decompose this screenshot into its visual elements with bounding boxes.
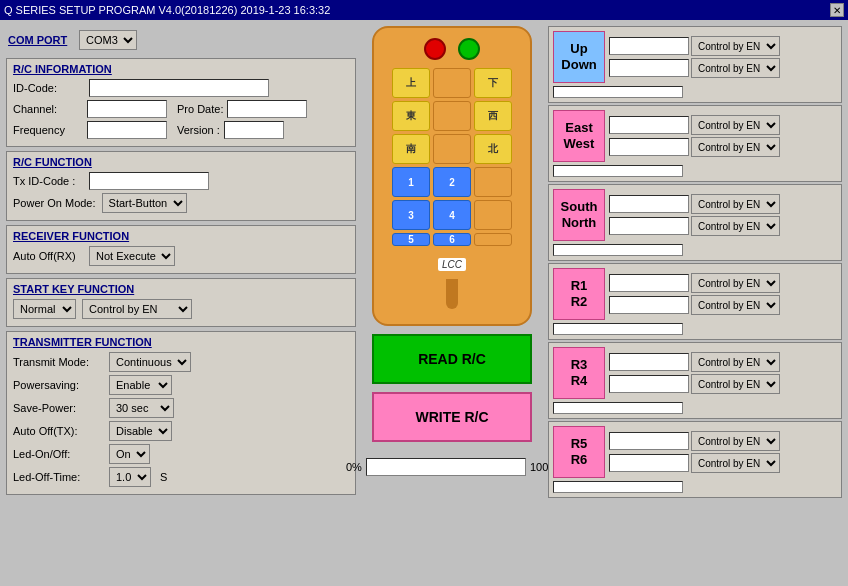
- led-on-off-label: Led-On/Off:: [13, 448, 103, 460]
- start-control-select[interactable]: Control by EN Control by DI: [82, 299, 192, 319]
- eastwest-ctrl1-input[interactable]: [609, 116, 689, 134]
- auto-off-rx-select[interactable]: Not Execute Execute: [89, 246, 175, 266]
- title-bar: Q SERIES SETUP PROGRAM V4.0(20181226) 20…: [0, 0, 848, 20]
- r5r6-progress: [553, 481, 683, 493]
- southnorth-progress: [553, 244, 683, 256]
- rc-function-title: R/C FUNCTION: [13, 156, 349, 168]
- r1r2-ctrl2-input[interactable]: [609, 296, 689, 314]
- remote-btn-empty2: [433, 101, 471, 131]
- channel-eastwest-controls: Control by EN Control by DI Control by E…: [609, 115, 837, 157]
- led-off-time-label: Led-Off-Time:: [13, 471, 103, 483]
- channel-eastwest-label: EastWest: [553, 110, 605, 162]
- updown-ctrl1-input[interactable]: [609, 37, 689, 55]
- channel-r5r6-label: R5R6: [553, 426, 605, 478]
- led-off-time-select[interactable]: 1.0 2.0 3.0: [109, 467, 151, 487]
- r5r6-ctrl1-input[interactable]: [609, 432, 689, 450]
- transmit-mode-select[interactable]: Continuous Burst: [109, 352, 191, 372]
- remote-btn-east: 東: [392, 101, 430, 131]
- channel-r3r4-label: R3R4: [553, 347, 605, 399]
- remote-btn-south: 南: [392, 134, 430, 164]
- r3r4-ctrl1-select[interactable]: Control by EN Control by DI: [691, 352, 780, 372]
- channel-southnorth-controls: Control by EN Control by DI Control by E…: [609, 194, 837, 236]
- remote-btn-2: 2: [433, 167, 471, 197]
- progress-container: 0% 100%: [346, 458, 558, 476]
- tx-id-label: Tx ID-Code :: [13, 175, 83, 187]
- southnorth-ctrl1-input[interactable]: [609, 195, 689, 213]
- southnorth-ctrl2-select[interactable]: Control by EN Control by DI: [691, 216, 780, 236]
- southnorth-ctrl1-select[interactable]: Control by EN Control by DI: [691, 194, 780, 214]
- remote-btn-down: 下: [474, 68, 512, 98]
- com-port-label: COM PORT: [8, 34, 73, 46]
- channel-input[interactable]: [87, 100, 167, 118]
- start-mode-select[interactable]: Normal Special: [13, 299, 76, 319]
- channel-updown-controls: Control by EN Control by DI Control by E…: [609, 36, 837, 78]
- updown-ctrl2-select[interactable]: Control by EN Control by DI: [691, 58, 780, 78]
- com-port-select[interactable]: COM3 COM1 COM2 COM4: [79, 30, 137, 50]
- r3r4-ctrl2-select[interactable]: Control by EN Control by DI: [691, 374, 780, 394]
- remote-btn-north: 北: [474, 134, 512, 164]
- rc-function-section: R/C FUNCTION Tx ID-Code : Power On Mode:…: [6, 151, 356, 221]
- southnorth-ctrl2-input[interactable]: [609, 217, 689, 235]
- com-port-row: COM PORT COM3 COM1 COM2 COM4: [6, 26, 356, 54]
- tx-id-input[interactable]: [89, 172, 209, 190]
- progress-bar: [366, 458, 526, 476]
- middle-panel: 上 下 東 西 南 北 1 2 3 4 5 6 LCC: [362, 26, 542, 580]
- channel-r1r2-controls: Control by EN Control by DI Control by E…: [609, 273, 837, 315]
- read-rc-button[interactable]: READ R/C: [372, 334, 532, 384]
- remote-btn-empty1: [433, 68, 471, 98]
- eastwest-progress: [553, 165, 683, 177]
- r5r6-ctrl1-select[interactable]: Control by EN Control by DI: [691, 431, 780, 451]
- remote-button-grid: 上 下 東 西 南 北 1 2 3 4 5 6: [392, 68, 512, 246]
- frequency-input[interactable]: [87, 121, 167, 139]
- save-power-select[interactable]: 30 sec 60 sec 120 sec: [109, 398, 174, 418]
- remote-btn-up: 上: [392, 68, 430, 98]
- led-on-off-select[interactable]: On Off: [109, 444, 150, 464]
- eastwest-ctrl1-select[interactable]: Control by EN Control by DI: [691, 115, 780, 135]
- remote-btn-empty3: [433, 134, 471, 164]
- channel-updown-label: UpDown: [553, 31, 605, 83]
- id-code-input[interactable]: [89, 79, 269, 97]
- channel-r3r4-controls: Control by EN Control by DI Control by E…: [609, 352, 837, 394]
- title-text: Q SERIES SETUP PROGRAM V4.0(20181226) 20…: [4, 4, 330, 16]
- led-off-time-unit: S: [160, 471, 167, 483]
- r5r6-ctrl2-input[interactable]: [609, 454, 689, 472]
- power-on-select[interactable]: Start-Button Auto: [102, 193, 187, 213]
- close-button[interactable]: ✕: [830, 3, 844, 17]
- r1r2-ctrl1-input[interactable]: [609, 274, 689, 292]
- auto-off-tx-label: Auto Off(TX):: [13, 425, 103, 437]
- receiver-function-title: RECEIVER FUNCTION: [13, 230, 349, 242]
- transmitter-function-section: TRANSMITTER FUNCTION Transmit Mode: Cont…: [6, 331, 356, 495]
- powersaving-select[interactable]: Enable Disable: [109, 375, 172, 395]
- channel-label: Channel:: [13, 103, 83, 115]
- write-rc-button[interactable]: WRITE R/C: [372, 392, 532, 442]
- rc-info-title: R/C INFORMATION: [13, 63, 349, 75]
- remote-brand: LCC: [438, 258, 466, 271]
- r1r2-ctrl2-select[interactable]: Control by EN Control by DI: [691, 295, 780, 315]
- eastwest-ctrl2-input[interactable]: [609, 138, 689, 156]
- r3r4-ctrl1-input[interactable]: [609, 353, 689, 371]
- r3r4-progress: [553, 402, 683, 414]
- remote-btn-west: 西: [474, 101, 512, 131]
- pro-date-label: Pro Date:: [177, 103, 223, 115]
- remote-btn-empty6: [474, 233, 512, 246]
- receiver-function-section: RECEIVER FUNCTION Auto Off(RX) Not Execu…: [6, 225, 356, 274]
- remote-btn-empty5: [474, 200, 512, 230]
- remote-btn-4: 4: [433, 200, 471, 230]
- r1r2-progress: [553, 323, 683, 335]
- remote-cord: [446, 279, 458, 309]
- channel-updown-group: UpDown Control by EN Control by DI Contr…: [548, 26, 842, 103]
- pro-date-input[interactable]: [227, 100, 307, 118]
- channel-eastwest-group: EastWest Control by EN Control by DI Con…: [548, 105, 842, 182]
- transmit-mode-label: Transmit Mode:: [13, 356, 103, 368]
- version-input[interactable]: [224, 121, 284, 139]
- left-panel: COM PORT COM3 COM1 COM2 COM4 R/C INFORMA…: [6, 26, 356, 580]
- r3r4-ctrl2-input[interactable]: [609, 375, 689, 393]
- auto-off-tx-select[interactable]: Disable Enable: [109, 421, 172, 441]
- r5r6-ctrl2-select[interactable]: Control by EN Control by DI: [691, 453, 780, 473]
- eastwest-ctrl2-select[interactable]: Control by EN Control by DI: [691, 137, 780, 157]
- r1r2-ctrl1-select[interactable]: Control by EN Control by DI: [691, 273, 780, 293]
- updown-ctrl1-select[interactable]: Control by EN Control by DI: [691, 36, 780, 56]
- updown-ctrl2-input[interactable]: [609, 59, 689, 77]
- channel-r3r4-group: R3R4 Control by EN Control by DI Control…: [548, 342, 842, 419]
- remote-red-button: [424, 38, 446, 60]
